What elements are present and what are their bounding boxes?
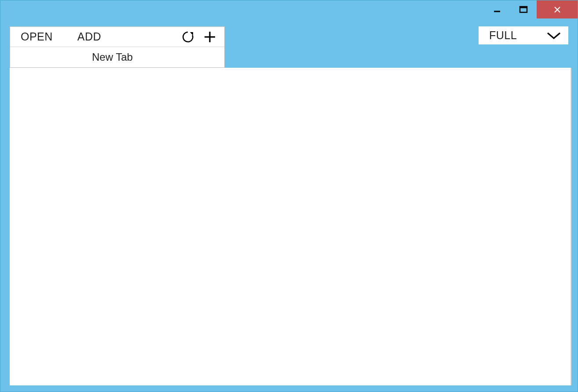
- new-tab-button[interactable]: [199, 27, 221, 47]
- view-mode-label: FULL: [489, 29, 517, 42]
- chrome-strip: OPEN ADD New Tab: [0, 26, 578, 68]
- tab-active[interactable]: New Tab: [10, 51, 133, 63]
- minimize-button[interactable]: [484, 0, 510, 18]
- tab-bar: New Tab: [10, 47, 224, 67]
- titlebar: [0, 0, 578, 18]
- refresh-icon: [181, 30, 194, 44]
- plus-icon: [203, 30, 216, 44]
- add-button[interactable]: ADD: [73, 30, 106, 43]
- close-button[interactable]: [537, 0, 578, 18]
- toolbar-panel: OPEN ADD New Tab: [10, 26, 225, 68]
- svg-marker-5: [190, 32, 193, 36]
- maximize-button[interactable]: [510, 0, 537, 18]
- content-area: [10, 68, 571, 385]
- chevron-down-icon: [546, 31, 561, 40]
- open-button[interactable]: OPEN: [16, 30, 57, 43]
- view-mode-dropdown[interactable]: FULL: [479, 26, 568, 44]
- app-window: OPEN ADD New Tab: [0, 0, 578, 392]
- minimize-icon: [493, 6, 501, 14]
- maximize-icon: [519, 6, 528, 14]
- toolbar: OPEN ADD: [10, 27, 224, 47]
- refresh-button[interactable]: [177, 27, 199, 47]
- close-icon: [553, 5, 562, 14]
